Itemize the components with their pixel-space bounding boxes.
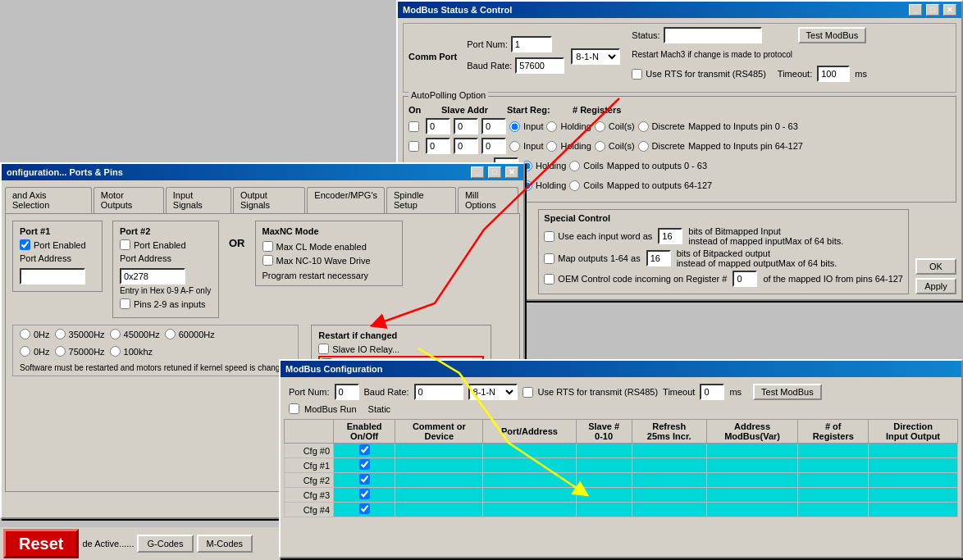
speed-75000hz[interactable] [55,346,66,357]
mc-port-input[interactable] [335,384,359,400]
apply-button[interactable]: Apply [915,278,956,294]
speed-0hz[interactable] [20,329,30,339]
cfg0-enabled[interactable] [334,444,395,458]
port1-enabled-cb[interactable] [20,239,30,250]
cfg0-slave[interactable] [576,444,632,458]
ap-row1-input[interactable] [509,121,520,132]
mc-rts-cb[interactable] [523,387,533,398]
tab-output-signals[interactable]: Output Signals [233,187,305,213]
ap-row1-discrete[interactable] [638,121,649,132]
ap-row3-coils[interactable] [569,161,580,171]
mc-test-button[interactable]: Test ModBus [753,384,822,400]
cfg3-slave[interactable] [576,488,632,503]
sc-item1-val[interactable] [658,228,682,244]
port2-pins-cb[interactable] [120,298,130,309]
speed-100khz[interactable] [110,346,121,357]
cfg1-comment[interactable] [395,458,483,473]
close-button[interactable]: ✕ [943,4,956,16]
ap-row1-num[interactable] [482,118,506,134]
test-modbus-button[interactable]: Test ModBus [798,27,867,43]
tab-motor-outputs[interactable]: Motor Outputs [94,187,164,213]
status-input[interactable] [664,27,762,43]
cfg2-port[interactable] [483,473,576,488]
cfg0-refresh[interactable] [632,444,706,458]
sc-item1-check[interactable] [544,231,555,242]
speed-0hz2[interactable] [20,346,30,357]
sc-item3-check[interactable] [544,274,555,285]
tab-axis[interactable]: and Axis Selection [5,187,92,213]
ap-row1-coils[interactable] [595,121,605,132]
cfg3-numreg[interactable] [798,488,869,503]
ap-row1-holding[interactable] [546,121,557,132]
pp-close-button[interactable]: ✕ [505,166,518,178]
cfg4-refresh[interactable] [632,503,706,517]
mc-protocol-select[interactable]: 8-1-N [468,384,518,400]
cfg2-direction[interactable] [869,473,958,488]
cfg3-direction[interactable] [869,488,958,503]
ap-row1-start[interactable] [454,118,478,134]
minimize-button[interactable]: _ [909,4,922,16]
cfg2-comment[interactable] [395,473,483,488]
cfg3-comment[interactable] [395,488,483,503]
gcodes-button[interactable]: G-Codes [137,535,193,553]
pp-maximize-button[interactable]: □ [488,166,501,178]
cfg2-numreg[interactable] [798,473,869,488]
cfg0-port[interactable] [483,444,576,458]
cfg1-enabled[interactable] [334,458,395,473]
cfg4-direction[interactable] [869,503,958,517]
cfg2-slave[interactable] [576,473,632,488]
cfg2-address[interactable] [706,473,798,488]
cfg1-refresh[interactable] [632,458,706,473]
cfg2-enabled[interactable] [334,473,395,488]
cfg0-numreg[interactable] [798,444,869,458]
mc-modbus-run-cb[interactable] [289,403,299,414]
ap-row2-input[interactable] [509,141,520,152]
cfg2-refresh[interactable] [632,473,706,488]
port2-address-input[interactable] [120,268,185,285]
ap-row1-on[interactable] [408,121,419,132]
cfg4-slave[interactable] [576,503,632,517]
cfg3-enabled[interactable] [334,488,395,503]
protocol-select[interactable]: 8-1-N [571,48,620,65]
reset-button[interactable]: Reset [3,529,79,558]
ap-row4-coils[interactable] [569,180,580,191]
cfg1-direction[interactable] [869,458,958,473]
cfg1-numreg[interactable] [798,458,869,473]
tab-input-signals[interactable]: Input Signals [166,187,231,213]
port1-address-input[interactable] [20,268,85,285]
speed-45000hz[interactable] [110,329,121,339]
tab-encoder[interactable]: Encoder/MPG's [307,187,385,213]
cfg1-port[interactable] [483,458,576,473]
cfg4-numreg[interactable] [798,503,869,517]
ap-row2-slave[interactable] [426,138,450,154]
sc-item2-val[interactable] [646,250,671,266]
tab-spindle[interactable]: Spindle Setup [386,187,456,213]
sc-item3-val[interactable] [733,271,757,287]
ap-row2-on[interactable] [408,141,419,152]
cfg4-port[interactable] [483,503,576,517]
pp-minimize-button[interactable]: _ [471,166,484,178]
maxnc-cl-cb[interactable] [262,241,273,252]
cfg3-port[interactable] [483,488,576,503]
ap-row2-start[interactable] [454,138,478,154]
port-num-input[interactable] [511,36,552,52]
cfg1-address[interactable] [706,458,798,473]
cfg0-direction[interactable] [869,444,958,458]
ok-button[interactable]: OK [915,258,956,275]
speed-60000hz[interactable] [165,329,176,339]
baud-rate-input[interactable] [515,57,564,74]
mcodes-button[interactable]: M-Codes [197,535,253,553]
cfg4-comment[interactable] [395,503,483,517]
cfg3-refresh[interactable] [632,488,706,503]
cfg3-address[interactable] [706,488,798,503]
ap-row2-holding[interactable] [546,141,557,152]
ap-row2-coils[interactable] [595,141,605,152]
sc-item2-check[interactable] [544,253,555,264]
ap-row2-num[interactable] [482,138,506,154]
port2-enabled-cb[interactable] [120,239,130,250]
maxnc-wave-cb[interactable] [262,255,273,266]
maximize-button[interactable]: □ [926,4,939,16]
rts-checkbox[interactable] [632,69,642,80]
cfg4-enabled[interactable] [334,503,395,517]
speed-35000hz[interactable] [55,329,66,339]
